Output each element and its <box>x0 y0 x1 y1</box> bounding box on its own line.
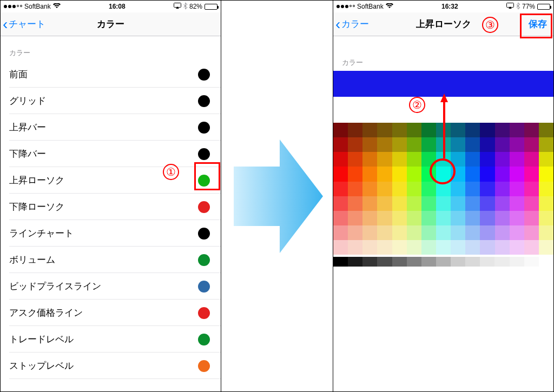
palette-cell[interactable] <box>451 182 465 196</box>
palette-cell[interactable] <box>465 196 480 211</box>
gray-cell[interactable] <box>362 257 377 267</box>
palette-cell[interactable] <box>333 152 348 167</box>
palette-cell[interactable] <box>392 196 407 211</box>
palette-cell[interactable] <box>436 137 451 152</box>
palette-cell[interactable] <box>348 182 362 196</box>
palette-cell[interactable] <box>362 167 377 181</box>
palette-cell[interactable] <box>348 225 362 240</box>
gray-cell[interactable] <box>333 257 348 267</box>
palette-cell[interactable] <box>465 240 480 255</box>
palette-cell[interactable] <box>480 225 494 240</box>
palette-cell[interactable] <box>407 152 421 167</box>
palette-cell[interactable] <box>392 167 407 181</box>
palette-cell[interactable] <box>495 225 510 240</box>
palette-cell[interactable] <box>377 196 392 211</box>
gray-cell[interactable] <box>436 257 451 267</box>
palette-cell[interactable] <box>539 196 553 211</box>
back-button[interactable]: ‹ カラー <box>335 12 369 36</box>
palette-cell[interactable] <box>451 137 465 152</box>
palette-cell[interactable] <box>510 196 524 211</box>
palette-cell[interactable] <box>407 137 421 152</box>
save-button[interactable]: 保存 <box>525 12 550 36</box>
palette-cell[interactable] <box>495 137 510 152</box>
palette-cell[interactable] <box>524 211 539 225</box>
color-row[interactable]: トレードレベル <box>1 326 221 353</box>
palette-cell[interactable] <box>480 123 494 137</box>
palette-cell[interactable] <box>362 211 377 225</box>
palette-cell[interactable] <box>377 137 392 152</box>
gray-cell[interactable] <box>392 257 407 267</box>
palette-cell[interactable] <box>377 211 392 225</box>
palette-cell[interactable] <box>348 123 362 137</box>
palette-cell[interactable] <box>392 152 407 167</box>
palette-cell[interactable] <box>377 152 392 167</box>
palette-cell[interactable] <box>333 167 348 181</box>
palette-cell[interactable] <box>539 182 553 196</box>
palette-cell[interactable] <box>377 123 392 137</box>
palette-cell[interactable] <box>436 211 451 225</box>
palette-cell[interactable] <box>539 211 553 225</box>
palette-cell[interactable] <box>421 152 436 167</box>
palette-cell[interactable] <box>480 211 494 225</box>
gray-cell[interactable] <box>524 257 539 267</box>
palette-cell[interactable] <box>421 182 436 196</box>
palette-cell[interactable] <box>524 182 539 196</box>
palette-cell[interactable] <box>407 182 421 196</box>
palette-cell[interactable] <box>451 123 465 137</box>
palette-cell[interactable] <box>348 240 362 255</box>
palette-cell[interactable] <box>377 240 392 255</box>
palette-cell[interactable] <box>348 137 362 152</box>
palette-cell[interactable] <box>392 182 407 196</box>
palette-cell[interactable] <box>377 167 392 181</box>
color-row[interactable]: 上昇バー <box>1 114 221 141</box>
palette-cell[interactable] <box>524 152 539 167</box>
palette-cell[interactable] <box>333 196 348 211</box>
palette-cell[interactable] <box>407 196 421 211</box>
palette-cell[interactable] <box>539 240 553 255</box>
color-row[interactable]: グリッド <box>1 88 221 114</box>
palette-cell[interactable] <box>451 211 465 225</box>
palette-cell[interactable] <box>465 211 480 225</box>
palette-cell[interactable] <box>333 182 348 196</box>
color-row[interactable]: ボリューム <box>1 247 221 273</box>
palette-cell[interactable] <box>348 152 362 167</box>
palette-cell[interactable] <box>480 152 494 167</box>
color-row[interactable]: ビッドプライスライン <box>1 273 221 300</box>
palette-cell[interactable] <box>421 167 436 181</box>
color-row[interactable]: ラインチャート <box>1 220 221 247</box>
palette-cell[interactable] <box>436 167 451 181</box>
palette-cell[interactable] <box>510 137 524 152</box>
palette-cell[interactable] <box>524 196 539 211</box>
palette-cell[interactable] <box>362 196 377 211</box>
palette-cell[interactable] <box>333 240 348 255</box>
palette-cell[interactable] <box>465 225 480 240</box>
palette-cell[interactable] <box>407 211 421 225</box>
gray-cell[interactable] <box>421 257 436 267</box>
palette-cell[interactable] <box>495 240 510 255</box>
gray-cell[interactable] <box>494 257 509 267</box>
palette-cell[interactable] <box>451 196 465 211</box>
palette-cell[interactable] <box>407 225 421 240</box>
gray-cell[interactable] <box>407 257 421 267</box>
palette-cell[interactable] <box>539 225 553 240</box>
palette-cell[interactable] <box>480 196 494 211</box>
palette-cell[interactable] <box>333 211 348 225</box>
palette-cell[interactable] <box>451 167 465 181</box>
palette-cell[interactable] <box>451 152 465 167</box>
palette-cell[interactable] <box>436 240 451 255</box>
color-palette-grid[interactable] <box>333 123 553 255</box>
gray-cell[interactable] <box>377 257 392 267</box>
gray-cell[interactable] <box>539 257 553 267</box>
palette-cell[interactable] <box>362 137 377 152</box>
palette-cell[interactable] <box>333 123 348 137</box>
palette-cell[interactable] <box>465 123 480 137</box>
palette-cell[interactable] <box>421 123 436 137</box>
color-row[interactable]: 上昇ローソク <box>1 167 221 194</box>
palette-cell[interactable] <box>362 123 377 137</box>
palette-cell[interactable] <box>348 167 362 181</box>
palette-cell[interactable] <box>436 182 451 196</box>
gray-cell[interactable] <box>480 257 494 267</box>
palette-cell[interactable] <box>465 167 480 181</box>
palette-cell[interactable] <box>421 225 436 240</box>
palette-cell[interactable] <box>480 182 494 196</box>
